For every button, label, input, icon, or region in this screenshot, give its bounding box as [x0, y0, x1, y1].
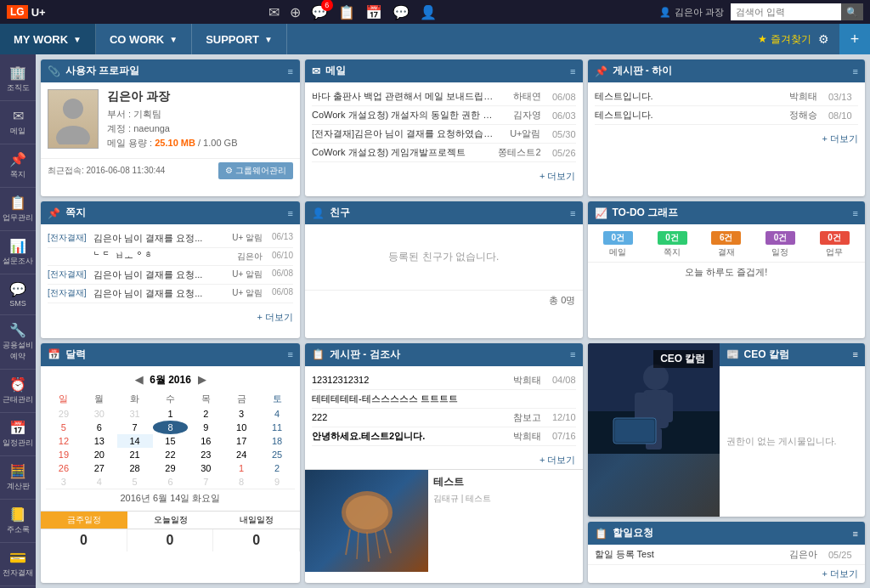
memo-item-2[interactable]: ᄂᄃ ㅂᅩ ᄋᄒ 김은아 06/10: [48, 248, 293, 266]
notice-item-1[interactable]: 할일 등록 Test 김은아 05/25: [588, 545, 866, 565]
cal-day[interactable]: 24: [223, 448, 259, 461]
mail-item-2[interactable]: CoWork 개설요청) 개설자의 동일한 권한 부여... 김자영 06/03: [312, 106, 576, 125]
cal-day[interactable]: 7: [188, 475, 223, 489]
cal-day[interactable]: 3: [46, 475, 82, 489]
cal-day[interactable]: 29: [153, 461, 189, 475]
cal-day[interactable]: 21: [117, 448, 153, 461]
memo-item-4[interactable]: [전자결재] 김은아 님이 결재를 요청... U+ 알림 06/08: [48, 285, 293, 303]
sidebar-item-schedule[interactable]: 📅 일정관리: [0, 413, 36, 456]
board-search-more[interactable]: + 더보기: [305, 451, 583, 469]
speech-icon[interactable]: 💬: [393, 4, 410, 20]
calendar-prev-button[interactable]: ◀: [135, 374, 143, 386]
cal-day[interactable]: 13: [82, 434, 117, 448]
cal-tab-this-week[interactable]: 금주일정: [41, 512, 127, 529]
sidebar-item-facility[interactable]: 🔧 공용설비예약: [0, 315, 36, 370]
cal-day[interactable]: 4: [259, 407, 295, 421]
board-search-options[interactable]: ≡: [570, 349, 575, 359]
cal-day[interactable]: 22: [153, 448, 189, 461]
board-hi-options[interactable]: ≡: [853, 66, 858, 76]
sidebar-item-workflow[interactable]: 📋 업무관리: [0, 188, 36, 231]
cal-day[interactable]: 16: [188, 434, 223, 448]
cal-day[interactable]: 1: [223, 461, 259, 475]
mail-icon[interactable]: ✉: [268, 4, 280, 20]
cal-day[interactable]: 4: [82, 475, 117, 489]
board-search-item-4[interactable]: 안녕하세요.테스트2입니다. 박희태 07/16: [312, 427, 576, 446]
cal-day[interactable]: 30: [82, 407, 117, 421]
cal-day[interactable]: 29: [46, 407, 82, 421]
cal-tab-tomorrow[interactable]: 내일일정: [213, 512, 300, 529]
search-button[interactable]: 🔍: [841, 3, 863, 20]
calendar-next-button[interactable]: ▶: [198, 374, 206, 386]
notice-more-link[interactable]: + 더보기: [588, 565, 866, 583]
sidebar-item-memo[interactable]: 📌 쪽지: [0, 144, 36, 188]
cal-day[interactable]: 9: [259, 475, 295, 489]
cal-day[interactable]: 2: [259, 461, 295, 475]
user-icon[interactable]: 👤: [420, 4, 437, 20]
cal-day[interactable]: 11: [259, 421, 295, 434]
memo-item-1[interactable]: [전자결재] 김은아 님이 결재를 요정... U+ 알림 06/13: [48, 229, 293, 248]
cal-day[interactable]: 6: [82, 421, 117, 434]
cal-day[interactable]: 1: [153, 407, 189, 421]
cal-day[interactable]: 8: [223, 475, 259, 489]
cal-day[interactable]: 6: [153, 475, 189, 489]
mail-item-1[interactable]: 바다 출판사 백업 관련해서 메일 보내드립니다. 하태연 06/08: [312, 88, 576, 106]
board-hi-more[interactable]: + 더보기: [588, 130, 866, 148]
settings-icon[interactable]: ⚙: [818, 32, 829, 46]
sidebar-item-org[interactable]: 🏢 조직도: [0, 58, 36, 101]
board-hi-item-2[interactable]: 테스트입니다. 정해승 08/10: [595, 106, 859, 125]
nav-cowork[interactable]: CO WORK ▼: [96, 24, 192, 54]
sidebar-item-sms[interactable]: 💬 SMS: [0, 274, 36, 315]
cal-day[interactable]: 2: [188, 407, 223, 421]
cursor-icon[interactable]: ⊕: [290, 4, 301, 20]
search-input[interactable]: [731, 3, 841, 20]
ceo-options[interactable]: ≡: [853, 349, 858, 359]
cal-day[interactable]: 27: [82, 461, 117, 475]
cal-day[interactable]: 3: [223, 407, 259, 421]
cal-day[interactable]: 9: [188, 421, 223, 434]
friend-options[interactable]: ≡: [570, 208, 575, 218]
calendar-icon[interactable]: 📅: [365, 4, 382, 20]
board-search-item-1[interactable]: 12312312312 박희태 04/08: [312, 371, 576, 390]
cal-day[interactable]: 5: [46, 421, 82, 434]
cal-day[interactable]: 26: [46, 461, 82, 475]
board-search-item-3[interactable]: 222 참보고 12/10: [312, 409, 576, 427]
chat-icon[interactable]: 💬 6: [311, 4, 328, 20]
memo-more-link[interactable]: + 더보기: [41, 308, 300, 326]
sidebar-item-calculator[interactable]: 🧮 계산판: [0, 456, 36, 500]
cal-day[interactable]: 10: [223, 421, 259, 434]
sidebar-item-addressbook[interactable]: 📒 주소록: [0, 500, 36, 543]
mail-item-3[interactable]: [전자결재]김은아 님이 결재를 요청하였습니다. U+알림 05/30: [312, 125, 576, 144]
image-post-thumbnail[interactable]: [305, 470, 428, 572]
sidebar-item-approval[interactable]: 💳 전자결재: [0, 543, 36, 586]
cal-day[interactable]: 25: [259, 448, 295, 461]
board-hi-item-1[interactable]: 테스트입니다. 박희태 03/13: [595, 88, 859, 106]
sidebar-item-survey[interactable]: 📊 설문조사: [0, 231, 36, 274]
favorites-button[interactable]: ★ 즐겨찾기: [758, 32, 811, 47]
nav-mywork[interactable]: MY WORK ▼: [0, 24, 96, 54]
cal-day[interactable]: 12: [46, 434, 82, 448]
todo-options[interactable]: ≡: [853, 208, 858, 218]
cal-day[interactable]: 31: [117, 407, 153, 421]
cal-day[interactable]: 28: [117, 461, 153, 475]
board-search-item-2[interactable]: 테테테테테-테스스스스스 트트트트: [312, 390, 576, 409]
cal-day[interactable]: 18: [259, 434, 295, 448]
cal-day[interactable]: 7: [117, 421, 153, 434]
sidebar-item-mail[interactable]: ✉ 메일: [0, 101, 36, 144]
calendar-options[interactable]: ≡: [288, 349, 293, 359]
cal-day[interactable]: 19: [46, 448, 82, 461]
mail-item-4[interactable]: CoWork 개설요청) 게임개발프로젝트 쫑테스트2 05/26: [312, 144, 576, 162]
profile-options-icon[interactable]: ≡: [288, 66, 293, 76]
cal-day-selected[interactable]: 14: [117, 434, 153, 448]
clipboard-icon[interactable]: 📋: [338, 4, 355, 20]
cal-day[interactable]: 23: [188, 448, 223, 461]
cal-day[interactable]: 15: [153, 434, 189, 448]
mail-more-link[interactable]: + 더보기: [305, 167, 583, 185]
cal-day[interactable]: 5: [117, 475, 153, 489]
cal-day-today[interactable]: 8: [153, 421, 189, 434]
nav-support[interactable]: SUPPORT ▼: [192, 24, 287, 54]
cal-tab-today[interactable]: 오늘일정: [127, 512, 214, 529]
notice-options[interactable]: ≡: [853, 529, 858, 539]
memo-item-3[interactable]: [전자결재] 김은아 님이 결재를 요청... U+ 알림 06/08: [48, 266, 293, 285]
mail-options-icon[interactable]: ≡: [570, 66, 575, 76]
nav-add-button[interactable]: +: [839, 24, 870, 54]
